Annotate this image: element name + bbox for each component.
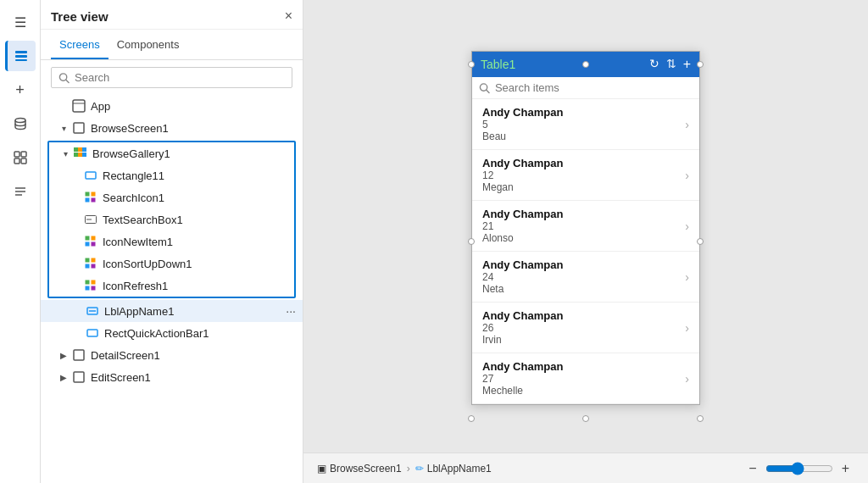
svg-rect-0 — [15, 51, 27, 53]
iconrefresh1-label: IconRefresh1 — [103, 280, 287, 292]
svg-rect-30 — [92, 236, 96, 241]
list-item[interactable]: Andy Champan 27 Mechelle › — [472, 353, 699, 404]
svg-rect-43 — [87, 330, 97, 336]
list-item[interactable]: Andy Champan 5 Beau › — [472, 99, 699, 150]
icon-refresh — [83, 278, 98, 293]
editscreen1-label: EditScreen1 — [91, 371, 296, 384]
svg-line-12 — [66, 80, 69, 82]
list-item-name: Andy Champan — [482, 258, 685, 271]
tree-item-rectquickactionbar1[interactable]: RectQuickActionBar1 — [41, 322, 303, 344]
svg-rect-35 — [86, 264, 90, 269]
tree-item-browsegallery1[interactable]: ▾ BrowseGallery1 — [49, 142, 294, 164]
svg-rect-23 — [86, 192, 90, 197]
svg-rect-20 — [79, 153, 82, 157]
zoom-plus-button[interactable]: + — [837, 459, 854, 478]
tree-item-browsescreen1[interactable]: ▾ BrowseScreen1 — [41, 117, 303, 139]
phone-search-icon — [479, 82, 490, 94]
tree-body: App ▾ BrowseScreen1 ▾ BrowseGallery1 — [41, 95, 303, 483]
svg-rect-16 — [75, 148, 78, 152]
list-item-name: Andy Champan — [482, 157, 685, 169]
search-bar-container — [41, 60, 303, 95]
rectquickactionbar1-label: RectQuickActionBar1 — [104, 327, 296, 340]
tree-item-iconrefresh1[interactable]: IconRefresh1 — [49, 275, 294, 297]
expand-icon — [58, 100, 70, 112]
svg-rect-26 — [92, 198, 96, 203]
list-item[interactable]: Andy Champan 12 Megan › — [472, 150, 699, 201]
svg-rect-18 — [83, 148, 86, 152]
svg-rect-6 — [14, 158, 19, 164]
gallery-group: ▾ BrowseGallery1 Rectangle11 — [47, 141, 296, 298]
tree-item-detailscreen1[interactable]: ▶ DetailScreen1 — [41, 344, 303, 366]
components-icon[interactable] — [5, 142, 36, 173]
add-screen-icon[interactable]: + — [5, 75, 36, 105]
svg-rect-24 — [92, 192, 96, 197]
svg-rect-5 — [21, 152, 26, 157]
list-item-content: Andy Champan 21 Alonso — [482, 208, 685, 244]
svg-rect-29 — [86, 236, 90, 241]
detailscreen1-label: DetailScreen1 — [91, 349, 296, 362]
database-icon[interactable] — [5, 108, 36, 139]
list-item-num: 26 — [482, 322, 685, 334]
svg-rect-45 — [74, 372, 84, 382]
phone-list: Andy Champan 5 Beau › Andy Champan 12 Me… — [472, 99, 699, 404]
zoom-controls: − + — [743, 459, 854, 478]
hamburger-icon[interactable]: ☰ — [5, 7, 36, 37]
tree-item-editscreen1[interactable]: ▶ EditScreen1 — [41, 366, 303, 388]
svg-rect-33 — [86, 258, 90, 263]
list-item-num: 12 — [482, 169, 685, 181]
list-item[interactable]: Andy Champan 21 Alonso › — [472, 201, 699, 252]
tree-item-app[interactable]: App — [41, 95, 303, 117]
svg-rect-17 — [79, 148, 82, 152]
list-item[interactable]: Andy Champan 24 Neta › — [472, 252, 699, 303]
tree-item-lblappname1[interactable]: LblAppName1 ··· — [41, 300, 303, 322]
tree-item-iconnewitem1[interactable]: IconNewItem1 — [49, 230, 294, 253]
close-button[interactable]: × — [285, 8, 292, 24]
list-item-sub: Beau — [482, 130, 685, 142]
svg-rect-1 — [15, 55, 27, 58]
phone-search-input[interactable] — [495, 81, 693, 94]
tree-item-searchicon1[interactable]: SearchIcon1 — [49, 186, 294, 208]
list-item-name: Andy Champan — [482, 309, 685, 322]
layers-icon[interactable] — [5, 41, 36, 71]
list-item-arrow: › — [685, 321, 689, 335]
variable-icon[interactable] — [5, 176, 36, 207]
main-canvas: ↖ Table1 ↻ ⇅ + — [303, 0, 868, 483]
list-item[interactable]: Andy Champan 26 Irvin › — [472, 303, 699, 353]
screen-icon — [71, 120, 86, 136]
tree-item-rectangle11[interactable]: Rectangle11 — [49, 164, 294, 186]
phone-header-icons: ↻ ⇅ + — [649, 57, 691, 72]
search-icon — [58, 72, 70, 84]
breadcrumb-item-lblappname[interactable]: ✏ LblAppName1 — [415, 463, 492, 475]
sort-header-icon[interactable]: ⇅ — [666, 57, 676, 72]
rectangle-icon — [83, 168, 98, 183]
add-header-icon[interactable]: + — [683, 57, 691, 72]
list-item-num: 27 — [482, 373, 685, 385]
list-item-name: Andy Champan — [482, 106, 685, 119]
svg-rect-19 — [75, 153, 78, 157]
tree-panel: Tree view × Screens Components App ▾ Bro… — [41, 0, 303, 483]
breadcrumb-screen-icon: ▣ — [317, 463, 326, 475]
context-menu-dots[interactable]: ··· — [286, 304, 296, 318]
refresh-header-icon[interactable]: ↻ — [649, 57, 659, 72]
browsegallery1-label: BrowseGallery1 — [92, 147, 287, 160]
breadcrumb-bar: ▣ BrowseScreen1 › ✏ LblAppName1 − + — [303, 452, 868, 483]
zoom-slider[interactable] — [765, 462, 833, 475]
list-item-sub: Irvin — [482, 334, 685, 346]
phone-search-row — [472, 77, 699, 99]
list-item-name: Andy Champan — [482, 360, 685, 373]
edit-screen-icon — [71, 369, 86, 385]
icon-new-item — [83, 234, 98, 249]
breadcrumb-item-browsescreen[interactable]: ▣ BrowseScreen1 — [317, 463, 402, 475]
tree-item-iconsortupdown1[interactable]: IconSortUpDown1 — [49, 253, 294, 275]
list-item-num: 5 — [482, 119, 685, 130]
tree-header: Tree view × — [41, 0, 303, 30]
app-icon — [71, 98, 86, 114]
tab-screens[interactable]: Screens — [51, 35, 108, 59]
search-input[interactable] — [75, 71, 285, 84]
list-item-sub: Alonso — [482, 232, 685, 244]
tree-item-textsearchbox1[interactable]: TextSearchBox1 — [49, 208, 294, 230]
expand-arrow-browse: ▾ — [58, 122, 70, 134]
tab-components[interactable]: Components — [108, 35, 188, 59]
zoom-minus-button[interactable]: − — [743, 459, 761, 478]
svg-point-3 — [15, 119, 25, 123]
